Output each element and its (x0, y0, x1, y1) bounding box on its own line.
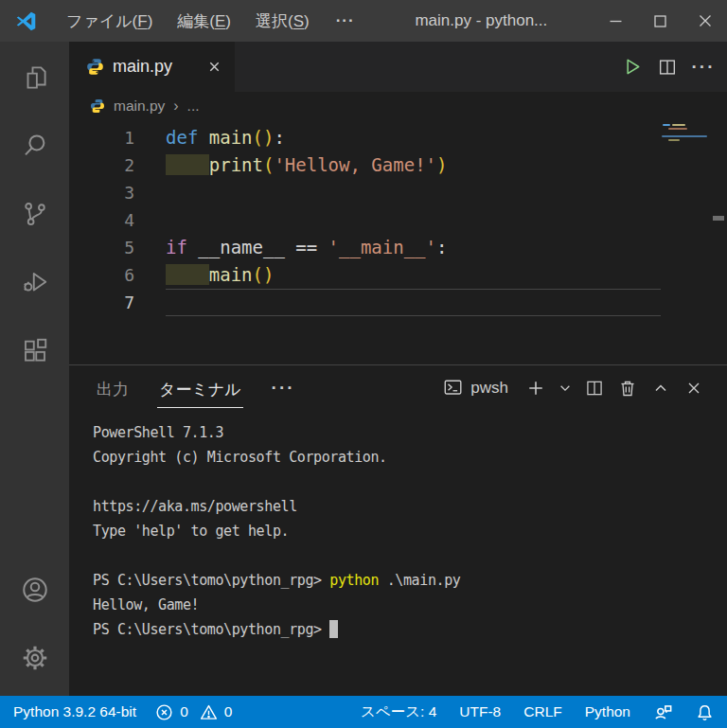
maximize-button[interactable] (638, 0, 683, 42)
tab-close-button[interactable] (207, 60, 222, 74)
menu-file[interactable]: ファイル(F) (54, 0, 165, 42)
warning-count: 0 (224, 703, 233, 720)
plus-icon (527, 380, 544, 397)
activity-bar (0, 42, 69, 696)
extensions-icon (21, 336, 49, 364)
line-number: 1 (69, 124, 166, 151)
python-interpreter-status[interactable]: Python 3.9.2 64-bit (13, 703, 136, 720)
editor-scrollbar[interactable] (710, 120, 727, 364)
new-terminal-button[interactable] (523, 376, 548, 400)
chevron-up-icon (653, 381, 668, 396)
warning-icon (200, 703, 218, 721)
indentation-status[interactable]: スペース: 4 (361, 702, 436, 722)
language-mode-status[interactable]: Python (585, 703, 630, 720)
settings-gear-icon (20, 643, 50, 673)
code-line-3[interactable]: 3 (69, 179, 727, 206)
split-editor-button[interactable] (655, 55, 680, 80)
close-icon (686, 381, 701, 396)
eol-status[interactable]: CRLF (523, 703, 561, 720)
sidebar-item-search[interactable] (0, 112, 69, 180)
terminal-cursor (329, 620, 338, 638)
trash-icon (618, 379, 637, 398)
close-icon (207, 60, 222, 74)
files-icon (21, 63, 49, 92)
menu-edit[interactable]: 編集(E) (165, 0, 243, 42)
sidebar-item-source-control[interactable] (0, 180, 69, 248)
kill-terminal-button[interactable] (615, 376, 640, 400)
code-line-2[interactable]: 2 print('Hellow, Game!') (69, 151, 727, 179)
line-number: 7 (69, 289, 166, 316)
feedback-icon (653, 702, 673, 722)
terminal-shell-selector[interactable]: pwsh (443, 378, 508, 399)
settings-button[interactable] (0, 624, 69, 692)
encoding-status[interactable]: UTF-8 (459, 703, 501, 720)
bottom-panel: 出力 ターミナル ··· pwsh (69, 364, 727, 696)
split-panel-icon (585, 379, 604, 398)
breadcrumb-file[interactable]: main.py (114, 98, 165, 115)
panel-more-tabs-button[interactable]: ··· (272, 378, 295, 399)
maximize-icon (653, 14, 667, 28)
code-line-7[interactable]: 7 (69, 289, 727, 316)
code-text: def main(): (166, 124, 661, 151)
chevron-down-icon (559, 382, 572, 395)
code-editor[interactable]: 1def main():2 print('Hellow, Game!')345i… (69, 120, 727, 368)
code-text: print('Hellow, Game!') (166, 151, 661, 179)
split-terminal-button[interactable] (582, 376, 607, 400)
sidebar-item-run-debug[interactable] (0, 248, 69, 316)
notifications-button[interactable] (696, 703, 714, 721)
line-number: 3 (69, 179, 166, 206)
close-window-button[interactable] (683, 0, 727, 42)
terminal-line-9: PS C:\Users\tomo\python_rpg> (93, 617, 727, 642)
code-line-1[interactable]: 1def main(): (69, 124, 727, 151)
maximize-panel-button[interactable] (648, 376, 673, 400)
code-line-5[interactable]: 5if __name__ == '__main__': (69, 234, 727, 261)
editor-region: main.py ··· main.py › ... (69, 42, 727, 364)
vscode-logo-icon (14, 9, 38, 33)
terminal-dropdown-button[interactable] (557, 376, 574, 400)
code-text: main() (166, 261, 661, 289)
line-number: 4 (69, 206, 166, 234)
problems-status[interactable]: 0 0 (155, 703, 239, 721)
feedback-button[interactable] (653, 702, 673, 722)
account-button[interactable] (0, 556, 69, 624)
terminal-line-6 (93, 543, 727, 568)
terminal-line-3 (93, 470, 727, 494)
python-file-icon (86, 58, 104, 76)
tab-bar: main.py ··· (69, 42, 727, 92)
line-number: 6 (69, 261, 166, 289)
tab-main-py[interactable]: main.py (69, 42, 235, 92)
terminal-pwsh-icon (443, 378, 464, 399)
breadcrumb-symbol[interactable]: ... (187, 98, 200, 115)
title-bar: ファイル(F) 編集(E) 選択(S) ··· main.py - python… (0, 0, 727, 42)
code-text (166, 289, 661, 316)
run-icon (621, 56, 643, 78)
cursor-position-marker (713, 216, 724, 221)
terminal-line-5: Type 'help' to get help. (93, 519, 727, 543)
tab-output[interactable]: 出力 (95, 368, 131, 408)
tab-label: main.py (113, 57, 172, 77)
code-line-4[interactable]: 4 (69, 206, 727, 234)
breadcrumb-separator: › (173, 98, 178, 115)
bell-icon (696, 703, 714, 721)
close-panel-button[interactable] (682, 376, 706, 400)
terminal-line-2: Copyright (c) Microsoft Corporation. (93, 445, 727, 470)
tab-terminal[interactable]: ターミナル (157, 368, 243, 408)
window-title: main.py - python... (369, 11, 594, 30)
sidebar-item-extensions[interactable] (0, 316, 69, 384)
terminal-output[interactable]: PowerShell 7.1.3Copyright (c) Microsoft … (69, 410, 727, 642)
minimize-button[interactable] (594, 0, 638, 42)
minimap[interactable] (661, 120, 710, 364)
editor-more-actions-button[interactable]: ··· (691, 55, 716, 80)
split-editor-icon (657, 57, 678, 78)
breadcrumb: main.py › ... (69, 92, 727, 120)
minimize-icon (609, 14, 623, 28)
sidebar-item-explorer[interactable] (0, 44, 69, 112)
terminal-line-4: https://aka.ms/powershell (93, 494, 727, 519)
panel-header: 出力 ターミナル ··· pwsh (69, 365, 727, 410)
run-python-file-button[interactable] (619, 55, 644, 80)
code-line-6[interactable]: 6 main() (69, 261, 727, 289)
menu-selection[interactable]: 選択(S) (243, 0, 322, 42)
menu-overflow-ellipsis[interactable]: ··· (322, 0, 369, 42)
code-text (166, 179, 661, 206)
terminal-line-1: PowerShell 7.1.3 (93, 420, 727, 445)
